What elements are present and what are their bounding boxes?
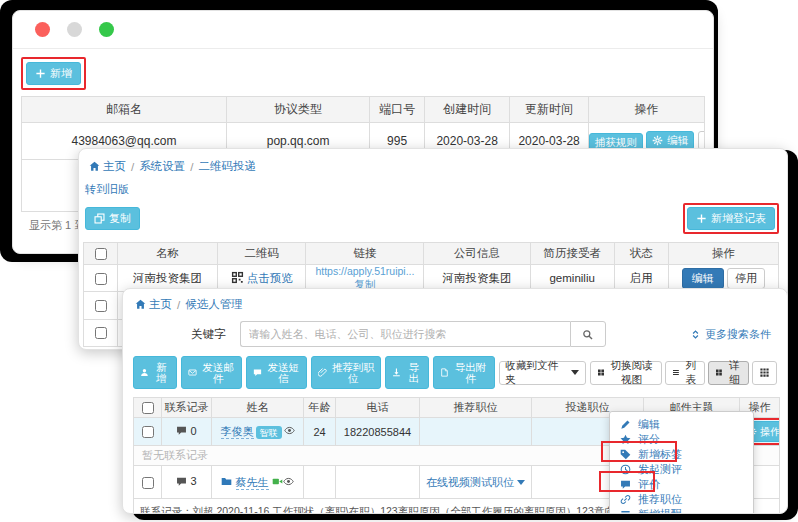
add-registry-button[interactable]: 新增登记表 xyxy=(687,207,775,230)
toggle-reading-view-button[interactable]: 切换阅读视图 xyxy=(590,361,662,385)
add-mailbox-button[interactable]: 新增 xyxy=(26,62,81,85)
cell-contact-records: 0 xyxy=(162,418,212,446)
mailbox-table-header: 邮箱名 协议类型 端口号 创建时间 更新时间 操作 xyxy=(22,97,705,123)
breadcrumb-sep: / xyxy=(190,161,193,173)
apply-url-link[interactable]: https://apply.51ruipi... xyxy=(315,265,414,277)
video-icon[interactable] xyxy=(272,476,283,487)
header-checkbox-cell xyxy=(134,398,162,418)
keyword-label: 关键字 xyxy=(191,327,226,342)
breadcrumb-system-settings-label: 系统设置 xyxy=(139,159,185,174)
disable-registry-button[interactable]: 停用 xyxy=(727,268,765,289)
comment-icon xyxy=(620,479,631,490)
menu-item-label: 评分 xyxy=(638,432,660,447)
bars-icon xyxy=(620,509,631,514)
grid-view-button[interactable] xyxy=(752,361,777,385)
recommend-position-label: 推荐到职位 xyxy=(331,362,374,383)
row-checkbox[interactable] xyxy=(95,327,107,339)
position-link[interactable]: 在线视频测试职位 xyxy=(426,476,525,488)
send-sms-button[interactable]: 发送短信 xyxy=(246,356,307,389)
col-qrcode: 二维码 xyxy=(218,243,306,265)
window-titlebar xyxy=(13,11,713,49)
maximize-dot-icon[interactable] xyxy=(99,22,114,37)
col-created: 创建时间 xyxy=(424,97,509,123)
candidate-name-link[interactable]: 蔡先生 xyxy=(236,476,269,490)
menu-item-add-tag[interactable]: 新增标签 xyxy=(610,447,753,462)
qr-table-header: 名称 二维码 链接 公司信息 简历接受者 状态 操作 xyxy=(84,243,779,265)
export-attachments-button[interactable]: 导出附件 xyxy=(433,356,494,389)
col-phone: 电话 xyxy=(336,398,420,418)
col-actions: 操作 xyxy=(668,243,778,265)
edit-mailbox-button[interactable]: 编辑 xyxy=(646,131,694,150)
col-actions: 操作 xyxy=(588,97,704,123)
search-button[interactable] xyxy=(570,321,606,347)
delete-mailbox-button[interactable]: 删除 xyxy=(698,131,705,150)
menu-item-recommend-position[interactable]: 推荐职位 xyxy=(610,492,753,507)
select-all-checkbox[interactable] xyxy=(142,402,154,414)
copy-label: 复制 xyxy=(109,213,131,224)
cell-age: 24 xyxy=(304,418,336,446)
row-checkbox[interactable] xyxy=(95,300,107,312)
send-mail-label: 发送邮件 xyxy=(201,362,235,383)
export-attachments-label: 导出附件 xyxy=(453,362,487,383)
add-mailbox-label: 新增 xyxy=(50,68,72,79)
close-dot-icon[interactable] xyxy=(35,22,50,37)
eye-icon[interactable] xyxy=(283,476,294,487)
row-action-label: 操作 xyxy=(760,425,780,439)
recommend-position-button[interactable]: 推荐到职位 xyxy=(311,356,381,389)
menu-item-score[interactable]: 评分 xyxy=(610,432,753,447)
list-view-label: 列表 xyxy=(683,359,698,387)
breadcrumb-system-settings[interactable]: 系统设置 xyxy=(139,159,185,174)
breadcrumb-qr-delivery[interactable]: 二维码投递 xyxy=(198,159,256,174)
cell-contact-records: 3 xyxy=(162,466,212,499)
row-checkbox[interactable] xyxy=(142,426,154,438)
breadcrumb: 主页/ 候选人管理 xyxy=(133,295,777,312)
minimize-dot-icon[interactable] xyxy=(67,22,82,37)
col-age: 年龄 xyxy=(304,398,336,418)
row-checkbox-cell xyxy=(84,319,118,346)
row-checkbox[interactable] xyxy=(95,273,107,285)
more-search-link[interactable]: 更多搜索条件 xyxy=(690,327,771,342)
col-status: 状态 xyxy=(614,243,668,265)
menu-item-label: 评价 xyxy=(638,477,660,492)
row-checkbox[interactable] xyxy=(142,477,154,489)
star-icon xyxy=(620,434,631,445)
eye-icon[interactable] xyxy=(284,425,295,436)
menu-item-start-assessment[interactable]: 发起测评 xyxy=(610,462,753,477)
select-all-checkbox[interactable] xyxy=(95,248,107,260)
col-email: 邮箱名 xyxy=(22,97,227,123)
breadcrumb-home[interactable]: 主页 xyxy=(135,297,172,312)
qr-preview-link[interactable]: 点击预览 xyxy=(247,272,293,284)
col-name: 名称 xyxy=(118,243,218,265)
col-recommend-position: 推荐职位 xyxy=(420,398,532,418)
candidate-name-link[interactable]: 李俊奥 xyxy=(221,425,254,439)
breadcrumb-home[interactable]: 主页 xyxy=(89,159,126,174)
menu-item-add-reminder[interactable]: 新增提醒 xyxy=(610,507,753,514)
menu-item-evaluate[interactable]: 评价 xyxy=(610,477,753,492)
breadcrumb-qr-delivery-label: 二维码投递 xyxy=(198,159,256,174)
clock-icon xyxy=(620,464,631,475)
favorite-folder-label: 收藏到文件夹 xyxy=(506,359,568,387)
legacy-version-link[interactable]: 转到旧版 xyxy=(85,182,779,197)
send-mail-button[interactable]: 发送邮件 xyxy=(181,356,242,389)
row-checkbox-cell xyxy=(84,265,118,292)
detail-view-button[interactable]: 详细 xyxy=(708,361,749,385)
highlight-box-add-registry: 新增登记表 xyxy=(683,203,779,234)
send-sms-label: 发送短信 xyxy=(266,362,300,383)
chain-icon xyxy=(620,494,631,505)
cell-recommend-position xyxy=(420,418,532,446)
breadcrumb-sep: / xyxy=(131,161,134,173)
breadcrumb-candidates-label: 候选人管理 xyxy=(185,297,243,312)
breadcrumb-candidates[interactable]: 候选人管理 xyxy=(185,297,243,312)
edit-registry-button[interactable]: 编辑 xyxy=(682,268,724,289)
copy-button[interactable]: 复制 xyxy=(85,207,140,230)
col-company: 公司信息 xyxy=(424,243,530,265)
menu-item-edit[interactable]: 编辑 xyxy=(610,417,753,432)
position-label: 在线视频测试职位 xyxy=(426,476,514,488)
breadcrumb-home-label: 主页 xyxy=(149,297,172,312)
search-input[interactable] xyxy=(240,321,570,347)
list-view-button[interactable]: 列表 xyxy=(665,361,706,385)
add-candidate-button[interactable]: 新增 xyxy=(133,356,177,389)
export-button[interactable]: 导出 xyxy=(385,356,429,389)
menu-item-label: 新增标签 xyxy=(638,447,682,462)
favorite-folder-select[interactable]: 收藏到文件夹 xyxy=(499,361,586,385)
